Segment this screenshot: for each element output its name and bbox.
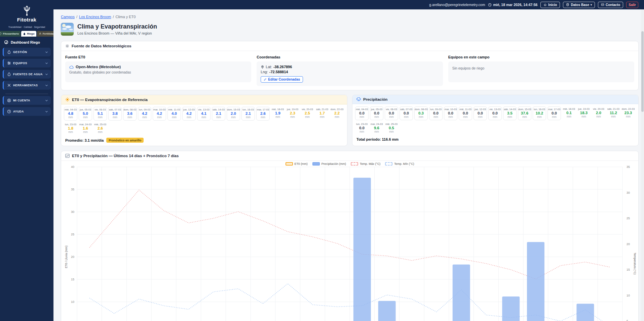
weather-cloud-icon <box>69 65 74 69</box>
pencil-icon <box>264 78 267 81</box>
sidebar-divider <box>5 94 48 94</box>
legend-item-tmin: Temp. Mín (°C) <box>385 162 414 166</box>
tab-fitosanitario[interactable]: Fitosanitario <box>0 31 21 37</box>
day-chip: lun, 16-0310.2mm <box>533 106 546 120</box>
svg-text:35: 35 <box>71 188 74 191</box>
contacto-button[interactable]: Contacto <box>598 2 623 8</box>
day-chip: vie, 13-034.1mm <box>197 107 211 121</box>
inicio-button[interactable]: Inicio <box>540 2 560 8</box>
svg-text:20: 20 <box>71 255 74 259</box>
page-subtitle: Los Encinos Broom — Viña del MAr, V regi… <box>77 31 157 35</box>
breadcrumb-campos-link[interactable]: Campos <box>61 15 75 19</box>
sidebar-item-fuentes-de-agua[interactable]: FUENTES DE AGUA <box>3 70 51 79</box>
day-chip: sáb, 14-033.5mm <box>503 106 517 120</box>
droplet-icon <box>7 50 11 54</box>
chevron-down-icon <box>45 84 48 87</box>
svg-text:10: 10 <box>627 294 630 297</box>
day-chip: vie, 06-035.1mm <box>93 107 107 121</box>
day-chip: vie, 20-032.0mm <box>592 106 605 120</box>
main-content: Campos/Los Encinos Broom/Clima y ET0 <box>53 9 644 321</box>
day-chip: mié, 11-034.0mm <box>167 107 181 121</box>
person-icon <box>7 98 11 102</box>
day-chip: jue, 12-034.2mm <box>182 107 196 121</box>
day-chip: vie, 20-032.5mm <box>301 107 314 121</box>
breadcrumb-current: Clima y ET0 <box>115 15 136 19</box>
breadcrumb-field-link[interactable]: Los Encinos Broom <box>79 15 111 19</box>
tab-riego[interactable]: Riego <box>21 31 36 37</box>
sidebar-nav: GESTIÓNEQUIPOSFUENTES DE AGUAHERRAMIENTA… <box>0 47 53 90</box>
page-header: Clima y Evapotranspiración Los Encinos B… <box>61 23 639 36</box>
equipment-column: Equipos en este campo Sin equipos de rie… <box>448 55 634 86</box>
sidebar-account-nav: MI CUENTAAYUDA <box>0 95 53 117</box>
sidebar-item-mi-cuenta[interactable]: MI CUENTA <box>3 96 51 105</box>
help-icon <box>7 109 11 113</box>
day-chip: dom, 15-0337.6mm <box>518 106 531 120</box>
chart-canvas: 5101520253035405101520253035ET0 / Lluvia… <box>64 162 636 321</box>
day-chip: mar, 10-030.0mm <box>444 106 457 120</box>
precipitation-card: Precipitación mié, 04-030.0mmjue, 05-030… <box>352 95 639 146</box>
day-chip: sáb, 07-030.0mm <box>400 106 413 120</box>
sidebar-item-equipos[interactable]: EQUIPOS <box>3 59 51 67</box>
legend-swatch-et0 <box>286 162 293 166</box>
day-chip: mié, 04-030.0mm <box>355 106 369 120</box>
day-chip: lun, 09-030.0mm <box>429 106 443 120</box>
topbar: g.arellano@peregrinetelemetry.com mié, 1… <box>53 0 644 9</box>
day-chip: mar, 17-030.0mm <box>547 106 561 120</box>
legend-swatch-tmax <box>351 162 358 166</box>
sidebar-item-ayuda[interactable]: AYUDA <box>3 107 51 116</box>
svg-text:30: 30 <box>71 210 74 214</box>
datos-base-button[interactable]: Datos Base ▾ <box>563 2 595 8</box>
day-chip: sáb, 07-033.8mm <box>108 107 122 121</box>
sidebar-item-gestión[interactable]: GESTIÓN <box>3 48 51 56</box>
chevron-down-icon <box>45 51 48 54</box>
line-chart-icon <box>65 154 70 158</box>
legend-item-precip: Precipitación (mm) <box>312 162 346 166</box>
flower-icon <box>39 32 42 35</box>
day-chip: jue, 12-030.0mm <box>473 106 487 120</box>
weather-source-card: Fuente de Datos Meteorológicos Fuente ET… <box>61 41 639 90</box>
svg-text:15: 15 <box>627 268 630 271</box>
page-scrollbar[interactable] <box>641 9 644 321</box>
chevron-down-icon: ▾ <box>591 3 592 6</box>
clock-icon <box>488 3 492 7</box>
day-chip: vie, 13-030.0mm <box>488 106 502 120</box>
day-chip: dom, 22-0323.3mm <box>621 106 635 120</box>
provider-name: Open-Meteo (Meteoblue) <box>76 65 121 69</box>
equipment-empty-text: Sin equipos de riego <box>452 66 485 70</box>
sidebar-item-herramientas[interactable]: HERRAMIENTAS <box>3 81 51 90</box>
map-pin-icon <box>261 65 264 69</box>
svg-text:ET0 / Lluvia (mm): ET0 / Lluvia (mm) <box>65 245 68 268</box>
salir-button[interactable]: Salir <box>626 2 638 8</box>
legend-item-et0: ET0 (mm) <box>286 162 308 166</box>
field-photo <box>61 23 74 36</box>
content-column: g.arellano@peregrinetelemetry.com mié, 1… <box>53 0 644 321</box>
breadcrumb: Campos/Los Encinos Broom/Clima y ET0 <box>61 15 639 19</box>
chevron-down-icon <box>45 99 48 102</box>
et0-day-chips: mié, 04-034.8mmjue, 05-035.0mmvie, 06-03… <box>61 104 347 136</box>
sidebar-item-dashboard-riego[interactable]: Dashboard Riego <box>0 37 53 47</box>
day-chip: mié, 11-030.0mm <box>459 106 472 120</box>
forecast-badge: Pronóstico en amarillo <box>106 138 144 143</box>
day-chip: lun, 23-030.0mm <box>355 122 369 135</box>
provider-box: Open-Meteo (Meteoblue) Gratuito, datos g… <box>65 61 251 82</box>
day-chip: dom, 08-030.3mm <box>414 106 428 120</box>
tools-icon <box>7 83 11 87</box>
day-chip: mar, 24-031.6mm <box>79 122 92 135</box>
svg-text:15: 15 <box>71 278 74 281</box>
scrollbar-thumb[interactable] <box>641 31 644 112</box>
page-title: Clima y Evapotranspiración <box>77 23 157 30</box>
svg-text:25: 25 <box>71 233 74 236</box>
chart-card: ET0 y Precipitación — Últimos 14 días + … <box>61 151 639 321</box>
day-chip: dom, 08-033.6mm <box>123 107 137 121</box>
svg-text:40: 40 <box>71 165 74 169</box>
sun-icon <box>65 97 70 102</box>
droplet-icon <box>7 72 11 76</box>
day-chip: mar, 10-034.2mm <box>153 107 166 121</box>
chart-area: ET0 (mm)Precipitación (mm)Temp. Máx (°C)… <box>61 161 638 321</box>
chart-card-header: ET0 y Precipitación — Últimos 14 días + … <box>61 151 638 161</box>
svg-text:5: 5 <box>627 319 628 321</box>
svg-text:25: 25 <box>627 217 630 220</box>
fuente-et0-column: Fuente ET0 Open-Meteo (Meteoblue) Gratui… <box>65 55 251 86</box>
edit-coordinates-button[interactable]: Editar Coordenadas <box>261 76 303 83</box>
fitotrak-logo-icon <box>21 4 33 16</box>
